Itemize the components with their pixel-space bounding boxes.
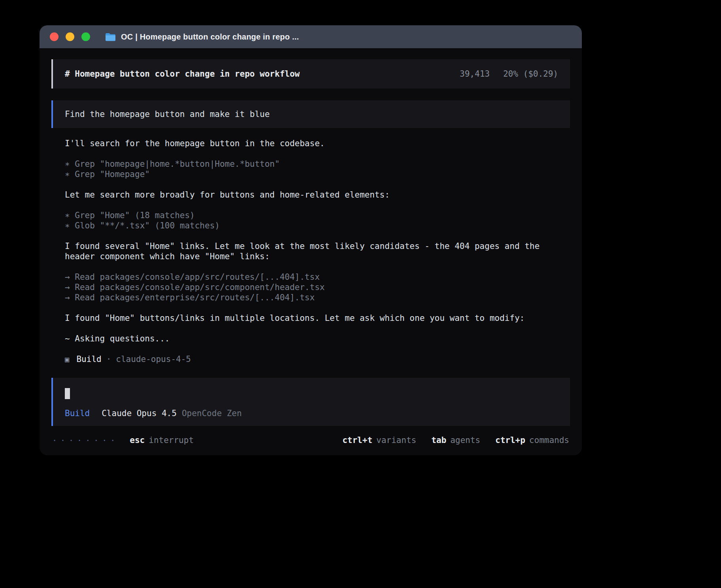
- tool-call-group: ∗ Grep "Home" (18 matches) ∗ Glob "**/*.…: [51, 210, 570, 231]
- assistant-text-found-links: I found several "Home" links. Let me loo…: [65, 241, 570, 262]
- tool-call-group: ∗ Grep "homepage|home.*button|Home.*butt…: [51, 159, 570, 179]
- provider-label: OpenCode Zen: [182, 409, 242, 418]
- titlebar[interactable]: OC | Homepage button color change in rep…: [40, 25, 582, 48]
- variants-label: variants: [376, 435, 416, 445]
- tool-call-grep: ∗ Grep "Home" (18 matches): [65, 210, 570, 220]
- session-meta: 39,413 20% ($0.29): [460, 69, 558, 79]
- prompt-input[interactable]: Build Claude Opus 4.5 OpenCode Zen: [51, 378, 570, 426]
- shortcut-interrupt: esc interrupt: [130, 435, 194, 445]
- ctrl-t-key: ctrl+t: [342, 435, 372, 445]
- model-label[interactable]: Claude Opus 4.5: [102, 409, 177, 418]
- tool-call-grep: ∗ Grep "Homepage": [65, 169, 570, 179]
- text-cursor: [65, 388, 70, 399]
- esc-label: interrupt: [149, 435, 194, 445]
- tool-call-read: → Read packages/console/app/src/routes/[…: [65, 272, 570, 282]
- commands-label: commands: [529, 435, 569, 445]
- assistant-text-broaden: Let me search more broadly for buttons a…: [65, 190, 570, 200]
- esc-key: esc: [130, 435, 145, 445]
- tool-call-glob: ∗ Glob "**/*.tsx" (100 matches): [65, 220, 570, 231]
- assistant-text-found-buttons: I found "Home" buttons/links in multiple…: [65, 313, 570, 323]
- agent-icon: ▣: [65, 354, 69, 364]
- agent-status-line: ▣ Build · claude-opus-4-5: [65, 354, 570, 364]
- user-message-text: Find the homepage button and make it blu…: [65, 109, 270, 119]
- session-header: # Homepage button color change in repo w…: [51, 59, 570, 89]
- tool-call-read: → Read packages/console/app/src/componen…: [65, 282, 570, 292]
- zoom-button[interactable]: [81, 32, 90, 41]
- spinner-dots: ········: [52, 435, 119, 445]
- title-group: OC | Homepage button color change in rep…: [105, 32, 299, 41]
- traffic-lights: [50, 32, 90, 41]
- tool-call-grep: ∗ Grep "homepage|home.*button|Home.*butt…: [65, 159, 570, 169]
- tab-key: tab: [431, 435, 446, 445]
- session-title: # Homepage button color change in repo w…: [65, 69, 300, 79]
- agent-name: Build: [76, 354, 101, 364]
- folder-icon: [105, 33, 116, 41]
- agent-separator: ·: [106, 354, 111, 364]
- close-button[interactable]: [50, 32, 59, 41]
- shortcut-variants: ctrl+t variants: [342, 435, 416, 445]
- statusbar-right: ctrl+t variants tab agents ctrl+p comman…: [342, 435, 569, 445]
- minimize-button[interactable]: [66, 32, 74, 41]
- terminal-window: OC | Homepage button color change in rep…: [40, 25, 582, 455]
- statusbar: ········ esc interrupt ctrl+t variants t…: [51, 435, 570, 445]
- input-line[interactable]: [65, 388, 558, 399]
- input-meta: Build Claude Opus 4.5 OpenCode Zen: [65, 409, 558, 418]
- ctrl-p-key: ctrl+p: [495, 435, 525, 445]
- shortcut-commands: ctrl+p commands: [495, 435, 569, 445]
- context-usage: 20% ($0.29): [503, 69, 558, 79]
- tool-call-group: → Read packages/console/app/src/routes/[…: [51, 272, 570, 303]
- assistant-text-intro: I'll search for the homepage button in t…: [65, 138, 570, 149]
- shortcut-agents: tab agents: [431, 435, 480, 445]
- agent-mode-label[interactable]: Build: [65, 409, 90, 418]
- window-title: OC | Homepage button color change in rep…: [121, 32, 299, 41]
- assistant-status-asking: ~ Asking questions...: [65, 334, 570, 344]
- user-message: Find the homepage button and make it blu…: [51, 100, 570, 128]
- tool-call-read: → Read packages/enterprise/src/routes/[.…: [65, 292, 570, 303]
- agent-model: claude-opus-4-5: [116, 354, 191, 364]
- terminal-content: # Homepage button color change in repo w…: [40, 48, 582, 455]
- statusbar-left: ········ esc interrupt: [52, 435, 194, 445]
- agents-label: agents: [450, 435, 480, 445]
- token-count: 39,413: [460, 69, 490, 79]
